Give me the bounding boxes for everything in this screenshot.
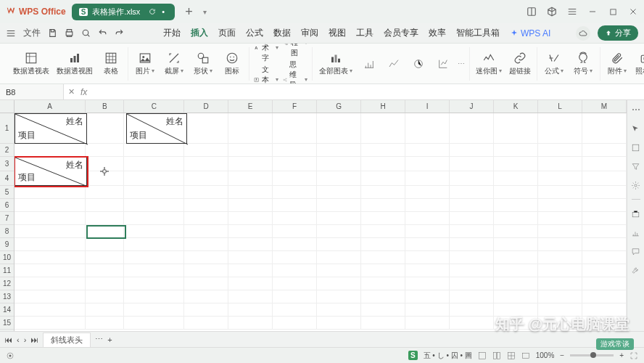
cell[interactable] bbox=[273, 225, 317, 238]
cell[interactable] bbox=[184, 290, 228, 303]
minimize-button[interactable] bbox=[587, 7, 598, 17]
cell[interactable] bbox=[15, 290, 86, 303]
menu-tab-efficiency[interactable]: 效率 bbox=[429, 27, 446, 39]
cell[interactable] bbox=[538, 199, 582, 212]
cell[interactable] bbox=[494, 317, 538, 330]
menu-tab-view[interactable]: 视图 bbox=[329, 27, 346, 39]
cell[interactable] bbox=[361, 144, 405, 157]
ribbon-flowchart[interactable]: 流程图▾ bbox=[283, 44, 307, 58]
ribbon-icons[interactable]: 图标 bbox=[220, 50, 244, 78]
menu-tab-tools[interactable]: 工具 bbox=[356, 27, 373, 39]
cell[interactable] bbox=[228, 251, 273, 264]
cell[interactable] bbox=[582, 238, 627, 251]
cell[interactable] bbox=[184, 303, 228, 317]
document-tab[interactable]: S 表格操作.xlsx • bbox=[72, 4, 176, 20]
menu-tab-page[interactable]: 页面 bbox=[218, 27, 236, 39]
row-header[interactable]: 6 bbox=[0, 199, 14, 212]
cell[interactable] bbox=[273, 251, 317, 264]
cell[interactable] bbox=[405, 277, 450, 290]
ribbon-hyperlink[interactable]: 超链接 bbox=[508, 50, 532, 78]
undo-icon[interactable] bbox=[98, 28, 107, 38]
menu-tab-insert[interactable]: 插入 bbox=[191, 27, 208, 39]
cell[interactable] bbox=[86, 277, 124, 290]
cell-C1[interactable]: 姓名 项目 bbox=[126, 113, 187, 144]
col-header[interactable]: F bbox=[273, 100, 317, 113]
sb-comment-icon[interactable] bbox=[631, 246, 641, 256]
zoom-slider[interactable] bbox=[570, 354, 614, 356]
file-menu[interactable]: 文件 bbox=[23, 27, 41, 39]
cell[interactable] bbox=[405, 303, 450, 317]
cell[interactable] bbox=[184, 277, 228, 290]
cell[interactable] bbox=[15, 303, 86, 317]
tab-dropdown-icon[interactable]: ▾ bbox=[203, 8, 207, 16]
cell[interactable] bbox=[450, 157, 494, 171]
row-header[interactable]: 1 bbox=[0, 113, 14, 144]
cell[interactable] bbox=[405, 113, 450, 144]
cell[interactable] bbox=[228, 277, 273, 290]
row-header[interactable]: 5 bbox=[0, 186, 14, 199]
ribbon-screenshot[interactable]: 截屏▾ bbox=[162, 50, 186, 78]
menu-tab-start[interactable]: 开始 bbox=[163, 27, 181, 39]
cell[interactable] bbox=[494, 303, 538, 317]
col-header[interactable]: E bbox=[228, 100, 273, 113]
cell[interactable] bbox=[317, 264, 361, 277]
ribbon-mindmap[interactable]: 思维导图▾ bbox=[283, 60, 307, 85]
col-header[interactable]: M bbox=[582, 100, 627, 113]
cell[interactable] bbox=[361, 157, 405, 171]
cell[interactable] bbox=[317, 251, 361, 264]
sheet-nav-last[interactable]: ⏭ bbox=[30, 335, 38, 344]
cell[interactable] bbox=[273, 303, 317, 317]
zoom-level[interactable]: 100% bbox=[536, 351, 555, 359]
ribbon-chart1[interactable] bbox=[359, 56, 379, 72]
save-icon[interactable] bbox=[48, 28, 57, 38]
menu-tab-formula[interactable]: 公式 bbox=[246, 27, 263, 39]
cell[interactable] bbox=[450, 199, 494, 212]
cube-icon[interactable] bbox=[547, 7, 557, 17]
cell[interactable] bbox=[538, 113, 582, 144]
ribbon-wordart[interactable]: A艺术字▾ bbox=[254, 44, 278, 63]
cell[interactable] bbox=[538, 303, 582, 317]
cell[interactable] bbox=[538, 238, 582, 251]
cell[interactable] bbox=[582, 186, 627, 199]
cell[interactable] bbox=[450, 225, 494, 238]
sheet-more[interactable]: ⋯ bbox=[95, 335, 103, 344]
cell[interactable] bbox=[273, 277, 317, 290]
row-header[interactable]: 10 bbox=[0, 251, 14, 264]
cell[interactable] bbox=[450, 113, 494, 144]
row-header[interactable]: 13 bbox=[0, 290, 14, 303]
cell[interactable] bbox=[361, 290, 405, 303]
cell[interactable] bbox=[494, 186, 538, 199]
view-break-icon[interactable] bbox=[507, 351, 516, 360]
menu-icon[interactable] bbox=[567, 7, 577, 17]
cell[interactable] bbox=[405, 290, 450, 303]
menu-tab-smart[interactable]: 智能工具箱 bbox=[456, 27, 500, 39]
cell[interactable] bbox=[582, 171, 627, 186]
view-page-icon[interactable] bbox=[492, 351, 501, 360]
status-record-icon[interactable] bbox=[6, 351, 15, 360]
cell[interactable] bbox=[538, 317, 582, 330]
view-read-icon[interactable] bbox=[521, 351, 530, 360]
ribbon-symbol[interactable]: 符号▾ bbox=[571, 50, 595, 78]
cell[interactable] bbox=[582, 277, 627, 290]
cell[interactable] bbox=[124, 277, 184, 290]
cell[interactable] bbox=[405, 199, 450, 212]
cell[interactable] bbox=[317, 290, 361, 303]
cell[interactable] bbox=[494, 144, 538, 157]
cell[interactable] bbox=[361, 317, 405, 330]
row-header[interactable]: 7 bbox=[0, 212, 14, 225]
cell[interactable] bbox=[317, 317, 361, 330]
col-header[interactable]: C bbox=[124, 100, 184, 113]
cell[interactable] bbox=[228, 317, 273, 330]
cell[interactable] bbox=[582, 251, 627, 264]
sheet-tab[interactable]: 斜线表头 bbox=[43, 333, 91, 347]
cell[interactable] bbox=[86, 303, 124, 317]
cell[interactable] bbox=[317, 277, 361, 290]
col-header[interactable]: I bbox=[405, 100, 450, 113]
cell[interactable] bbox=[538, 225, 582, 238]
cell[interactable] bbox=[405, 212, 450, 225]
cell[interactable] bbox=[273, 317, 317, 330]
cell[interactable] bbox=[228, 303, 273, 317]
ime-status[interactable]: 五 • し • 囚 • 圖 bbox=[424, 351, 472, 361]
cell[interactable] bbox=[538, 144, 582, 157]
layout-icon[interactable] bbox=[527, 7, 537, 17]
